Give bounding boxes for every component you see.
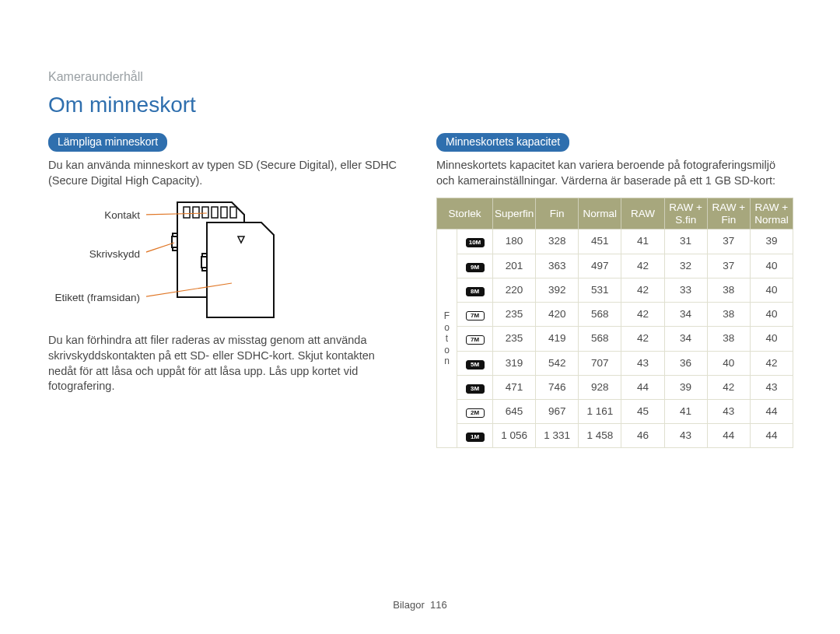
capacity-cell: 39 [664, 375, 707, 399]
capacity-cell: 180 [493, 229, 536, 254]
capacity-cell: 363 [536, 254, 579, 278]
capacity-cell: 40 [707, 351, 750, 375]
left-intro-text: Du kan använda minneskort av typen SD (S… [48, 158, 405, 188]
table-row: 7M23542056842343840 [437, 303, 793, 327]
th-size: Storlek [437, 198, 493, 229]
capacity-table: Storlek Superfin Fin Normal RAW RAW + S.… [436, 198, 793, 448]
capacity-cell: 37 [707, 229, 750, 254]
capacity-cell: 420 [536, 303, 579, 327]
capacity-cell: 31 [664, 229, 707, 254]
page-title: Om minneskort [48, 90, 793, 120]
th-fine: Fin [536, 198, 579, 229]
table-row: 7M23541956842343840 [437, 327, 793, 351]
capacity-cell: 40 [750, 254, 793, 278]
svg-rect-2 [202, 207, 208, 218]
table-row: 8M22039253142333840 [437, 278, 793, 302]
capacity-cell: 46 [621, 424, 664, 448]
table-row: 5M31954270743364042 [437, 351, 793, 375]
left-column: Lämpliga minneskort Du kan använda minne… [48, 133, 405, 403]
table-row: Foton10M18032845141313739 [437, 229, 793, 254]
th-superfine: Superfin [493, 198, 536, 229]
capacity-cell: 39 [750, 229, 793, 254]
capacity-cell: 44 [707, 424, 750, 448]
capacity-cell: 542 [536, 351, 579, 375]
capacity-cell: 1 161 [579, 399, 621, 423]
size-cell: 9M [457, 254, 493, 278]
capacity-cell: 42 [621, 254, 664, 278]
size-cell: 3M [457, 375, 493, 399]
capacity-cell: 41 [664, 399, 707, 423]
size-cell: 2M [457, 399, 493, 423]
size-cell: 7M [457, 327, 493, 351]
size-cell: 8M [457, 278, 493, 302]
table-row: 9M20136349742323740 [437, 254, 793, 278]
figure-label-front: Etikett (framsidan) [48, 291, 140, 305]
sd-card-figure: Kontakt Skrivskydd Etikett (framsidan) [48, 198, 313, 322]
capacity-cell: 42 [750, 351, 793, 375]
size-icon: 8M [466, 287, 485, 296]
capacity-cell: 32 [664, 254, 707, 278]
capacity-cell: 34 [664, 327, 707, 351]
capacity-cell: 41 [621, 229, 664, 254]
capacity-cell: 746 [536, 375, 579, 399]
th-raw-sfin: RAW + S.fin [664, 198, 707, 229]
capacity-cell: 38 [707, 303, 750, 327]
capacity-cell: 44 [750, 424, 793, 448]
figure-label-contact: Kontakt [48, 208, 140, 222]
size-icon: 7M [466, 335, 485, 345]
size-icon: 3M [466, 384, 485, 394]
footer-section: Bilagor [393, 599, 424, 611]
th-raw-normal: RAW + Normal [750, 198, 793, 229]
capacity-cell: 319 [493, 351, 536, 375]
capacity-cell: 568 [579, 327, 621, 351]
capacity-cell: 967 [536, 399, 579, 423]
size-cell: 7M [457, 303, 493, 327]
capacity-cell: 42 [621, 303, 664, 327]
capacity-cell: 531 [579, 278, 621, 302]
capacity-cell: 928 [579, 375, 621, 399]
page-footer: Bilagor 116 [0, 598, 840, 612]
capacity-cell: 42 [621, 327, 664, 351]
th-normal: Normal [579, 198, 621, 229]
capacity-cell: 1 331 [536, 424, 579, 448]
right-intro-text: Minneskortets kapacitet kan variera bero… [436, 158, 793, 188]
svg-rect-6 [172, 236, 177, 247]
capacity-cell: 235 [493, 303, 536, 327]
size-icon: 2M [466, 408, 485, 418]
capacity-cell: 43 [750, 375, 793, 399]
capacity-cell: 497 [579, 254, 621, 278]
capacity-cell: 43 [664, 424, 707, 448]
capacity-cell: 40 [750, 327, 793, 351]
th-raw: RAW [621, 198, 664, 229]
table-row: 1M1 0561 3311 45846434444 [437, 424, 793, 448]
table-row: 3M47174692844394243 [437, 375, 793, 399]
sd-card-illustration-svg [146, 198, 310, 322]
svg-rect-7 [201, 257, 207, 268]
breadcrumb: Kameraunderhåll [48, 68, 793, 86]
pill-capacity: Minneskortets kapacitet [436, 133, 569, 152]
capacity-cell: 44 [750, 399, 793, 423]
capacity-cell: 40 [750, 278, 793, 302]
capacity-cell: 40 [750, 303, 793, 327]
svg-rect-4 [221, 207, 227, 218]
capacity-cell: 42 [707, 375, 750, 399]
capacity-cell: 42 [621, 278, 664, 302]
size-icon: 5M [466, 360, 485, 370]
svg-rect-1 [193, 207, 199, 218]
svg-rect-0 [184, 207, 190, 218]
capacity-cell: 451 [579, 229, 621, 254]
capacity-cell: 37 [707, 254, 750, 278]
capacity-cell: 1 056 [493, 424, 536, 448]
capacity-cell: 1 458 [579, 424, 621, 448]
row-group-foton: Foton [437, 229, 457, 448]
capacity-cell: 220 [493, 278, 536, 302]
left-body-text-2: Du kan förhindra att filer raderas av mi… [48, 333, 405, 394]
capacity-cell: 43 [707, 399, 750, 423]
capacity-cell: 471 [493, 375, 536, 399]
size-icon: 10M [466, 238, 485, 247]
capacity-cell: 235 [493, 327, 536, 351]
capacity-cell: 36 [664, 351, 707, 375]
size-cell: 1M [457, 424, 493, 448]
capacity-cell: 392 [536, 278, 579, 302]
capacity-cell: 419 [536, 327, 579, 351]
